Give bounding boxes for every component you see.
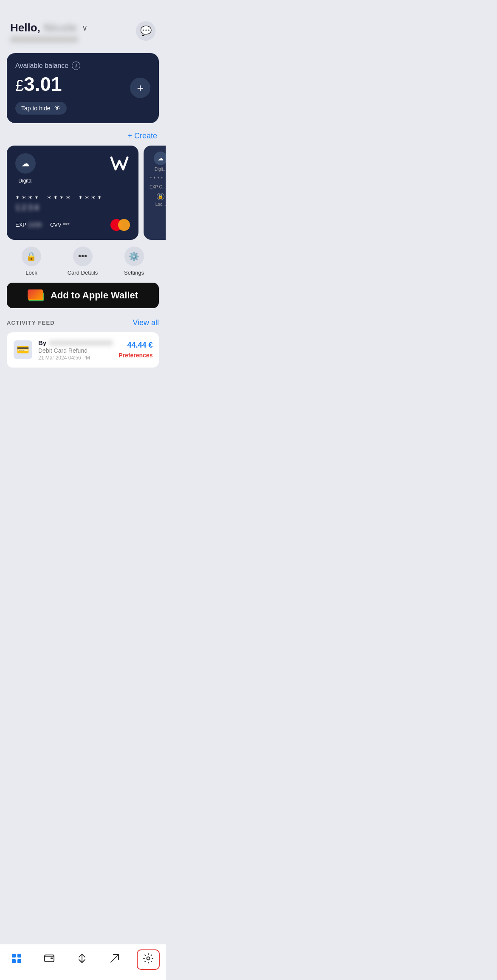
wallet-cards-icon bbox=[28, 289, 45, 301]
card-brand-logo bbox=[109, 153, 130, 174]
card-details-label: Card Details bbox=[68, 270, 98, 276]
mastercard-logo bbox=[110, 219, 130, 231]
tap-to-hide-text: Tap to hide bbox=[21, 105, 51, 112]
mc-orange-circle bbox=[118, 219, 130, 231]
card-details-button[interactable]: ••• Card Details bbox=[68, 247, 98, 276]
user-name-blurred: Nicole bbox=[44, 21, 77, 34]
eye-icon: 👁 bbox=[54, 104, 61, 112]
header-left: Hello, Nicole ∨ bbox=[10, 21, 136, 43]
lock-icon-circle: 🔒 bbox=[22, 247, 41, 266]
card-bottom: EXP 12/26 CVV *** bbox=[15, 219, 130, 231]
card-details-icon: ••• bbox=[78, 251, 87, 261]
lock-label: Lock bbox=[25, 270, 37, 276]
transaction-merchant: By XXXXXXXXXXXXXXX bbox=[38, 339, 113, 346]
tap-to-hide-button[interactable]: Tap to hide 👁 bbox=[15, 102, 67, 115]
card-number: **** **** **** 1234 bbox=[15, 194, 130, 212]
settings-card-button[interactable]: ⚙️ Settings bbox=[124, 247, 144, 276]
settings-icon-circle: ⚙️ bbox=[124, 247, 144, 266]
activity-title: ACTIVITY FEED bbox=[7, 320, 55, 326]
wallet-main-card bbox=[28, 289, 43, 299]
settings-label: Settings bbox=[124, 270, 144, 276]
create-row: + Create bbox=[0, 130, 166, 146]
card-details-icon-circle: ••• bbox=[73, 247, 93, 266]
balance-card: Available balance i £3.01 + Tap to hide … bbox=[7, 53, 159, 123]
merchant-name-blurred: XXXXXXXXXXXXXXX bbox=[49, 339, 113, 346]
greeting-text: Hello, bbox=[10, 21, 40, 34]
card-actions: 🔒 Lock ••• Card Details ⚙️ Settings bbox=[0, 240, 166, 276]
mini-lock-icon: 🔒 bbox=[158, 194, 164, 199]
chat-button[interactable]: 💬 bbox=[136, 21, 155, 41]
card-cvv: CVV *** bbox=[50, 222, 70, 228]
cloud-icon: ☁ bbox=[21, 158, 30, 168]
view-all-button[interactable]: View all bbox=[133, 318, 159, 327]
mini-card-type: Digit... bbox=[155, 167, 166, 171]
info-icon[interactable]: i bbox=[72, 62, 80, 70]
card-transaction-icon: 💳 bbox=[17, 344, 29, 356]
header: Hello, Nicole ∨ 💬 bbox=[0, 0, 166, 50]
mini-card-exp: EXP C... bbox=[150, 185, 166, 189]
transaction-right: 44.44 € Preferences bbox=[119, 341, 152, 359]
create-button[interactable]: + Create bbox=[127, 132, 157, 140]
transaction-type: Debit Card Refund bbox=[38, 347, 113, 354]
transaction-icon: 💳 bbox=[14, 340, 32, 359]
transaction-amount: 44.44 € bbox=[119, 341, 152, 350]
balance-label: Available balance bbox=[15, 62, 68, 70]
lock-icon: 🔒 bbox=[26, 251, 37, 261]
preferences-button[interactable]: Preferences bbox=[119, 352, 152, 359]
merchant-prefix: By bbox=[38, 339, 46, 346]
account-subtitle-blurred bbox=[10, 36, 78, 43]
transaction-details: By XXXXXXXXXXXXXXX Debit Card Refund 21 … bbox=[38, 339, 113, 361]
card-top: ☁ Digital bbox=[15, 153, 130, 184]
mini-card[interactable]: ☁ Digit... **** EXP C... 🔒 Loc... bbox=[144, 146, 166, 240]
gear-icon: ⚙️ bbox=[129, 251, 139, 261]
lock-button[interactable]: 🔒 Lock bbox=[22, 247, 41, 276]
transaction-item: 💳 By XXXXXXXXXXXXXXX Debit Card Refund 2… bbox=[7, 332, 159, 368]
virtual-card[interactable]: ☁ Digital **** **** **** 1234 EXP 12/26 bbox=[7, 146, 138, 240]
balance-currency: £ bbox=[15, 77, 24, 94]
card-exp: EXP 12/26 bbox=[15, 222, 42, 228]
mini-lock-label: Loc... bbox=[150, 202, 166, 207]
balance-value: 3.01 bbox=[24, 73, 62, 95]
card-exp-cvv: EXP 12/26 CVV *** bbox=[15, 222, 69, 228]
balance-label-row: Available balance i bbox=[15, 62, 150, 70]
activity-section: ACTIVITY FEED View all 💳 By XXXXXXXXXXXX… bbox=[0, 318, 166, 368]
mini-card-number: **** bbox=[150, 176, 166, 181]
apple-wallet-text: Add to Apple Wallet bbox=[51, 290, 138, 301]
chat-icon: 💬 bbox=[140, 25, 152, 37]
chevron-down-icon[interactable]: ∨ bbox=[82, 23, 88, 33]
plus-icon: + bbox=[137, 81, 143, 95]
apple-wallet-button[interactable]: Add to Apple Wallet bbox=[7, 283, 159, 308]
hello-row: Hello, Nicole ∨ bbox=[10, 21, 136, 34]
card-section: ☁ Digital **** **** **** 1234 EXP 12/26 bbox=[0, 146, 166, 240]
balance-amount: £3.01 bbox=[15, 73, 150, 95]
activity-header: ACTIVITY FEED View all bbox=[7, 318, 159, 327]
transaction-date: 21 Mar 2024 04:56 PM bbox=[38, 355, 113, 361]
card-type-label: Digital bbox=[18, 178, 32, 184]
card-type-icon: ☁ bbox=[15, 153, 36, 174]
card-scroll-container: ☁ Digital **** **** **** 1234 EXP 12/26 bbox=[7, 146, 159, 240]
mini-cloud-icon: ☁ bbox=[158, 155, 164, 162]
add-money-button[interactable]: + bbox=[130, 78, 150, 98]
